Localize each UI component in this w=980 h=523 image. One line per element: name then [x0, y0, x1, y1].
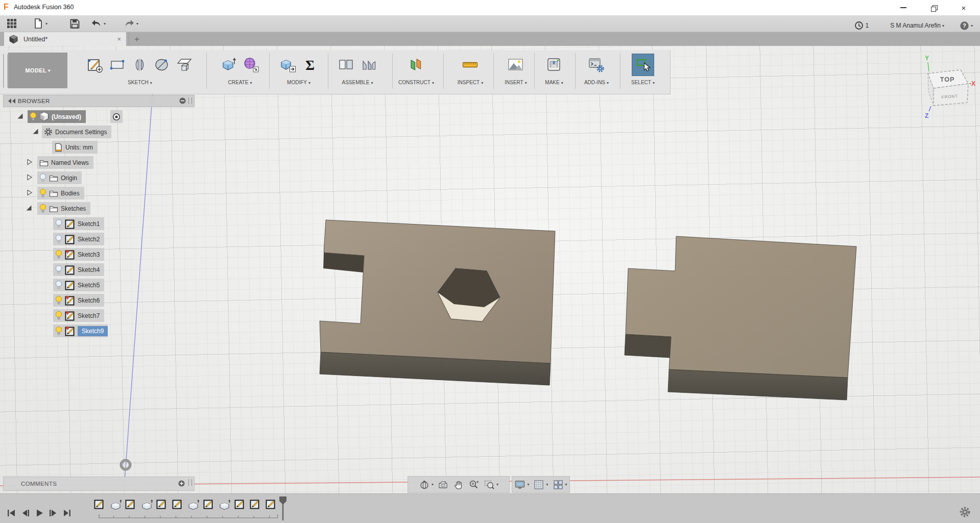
ribbon-group-label[interactable]: ASSEMBLE▾ [342, 80, 373, 85]
browser-item[interactable]: Origin [37, 171, 82, 184]
pan-nav-button[interactable] [451, 479, 466, 490]
timeline-position-marker[interactable] [279, 496, 287, 521]
ribbon-group-label[interactable]: INSPECT▾ [458, 80, 483, 85]
tab-untitled[interactable]: Untitled* × [4, 32, 126, 46]
timeline-play-button[interactable] [34, 508, 45, 518]
sigma-tool-button[interactable]: Σ [299, 54, 321, 76]
expand-arrow-open-icon[interactable] [32, 128, 40, 136]
visibility-bulb-on-icon[interactable] [55, 295, 62, 305]
visibility-bulb-off-icon[interactable] [55, 280, 62, 290]
grid-nav-button[interactable]: ▾ [531, 479, 550, 490]
undo-button[interactable]: ▾ [91, 17, 106, 30]
orbit-nav-button[interactable]: ▾ [417, 479, 436, 490]
browser-item[interactable]: Document Settings [42, 126, 111, 138]
visibility-bulb-on-icon[interactable] [55, 326, 62, 336]
browser-row-sketch4[interactable]: Sketch4 [3, 263, 197, 277]
expand-arrow-open-icon[interactable] [16, 112, 25, 120]
ribbon-group-label[interactable]: INSERT▾ [505, 80, 527, 85]
browser-row-sketch7[interactable]: Sketch7 [3, 309, 197, 322]
browser-row-sketch5[interactable]: Sketch5 [3, 279, 197, 292]
visibility-bulb-on-icon[interactable] [39, 188, 46, 198]
browser-row-sketch1[interactable]: Sketch1 [3, 217, 197, 231]
timeline-feature-sketch[interactable] [266, 499, 279, 512]
browser-row--unsaved-[interactable]: (Unsaved) [3, 110, 197, 123]
joint-tool-button[interactable] [335, 54, 357, 76]
timeline-end-button[interactable] [61, 508, 73, 518]
browser-header[interactable]: BROWSER [3, 95, 195, 107]
browser-row-sketches[interactable]: Sketches [3, 202, 197, 215]
browser-item[interactable]: Sketch6 [53, 294, 104, 307]
press-pull-tool-button[interactable] [276, 54, 299, 76]
close-button[interactable]: × [949, 0, 978, 15]
browser-item[interactable]: Sketch7 [53, 309, 104, 322]
printer-tool-button[interactable] [543, 54, 565, 76]
timeline-feature-extrude[interactable] [187, 499, 201, 512]
circle-tool-tool-button[interactable] [151, 54, 174, 76]
visibility-bulb-off-icon[interactable] [55, 219, 62, 229]
browser-item[interactable]: Sketch9 [53, 325, 108, 337]
activate-component-radio[interactable] [110, 110, 123, 123]
ribbon-group-label[interactable]: CONSTRUCT▾ [398, 80, 434, 85]
assemble-tool-button[interactable] [357, 54, 380, 76]
extrude-tool-button[interactable] [218, 54, 240, 76]
browser-item[interactable]: (Unsaved) [28, 110, 86, 123]
ribbon-group-label[interactable]: SKETCH▾ [128, 80, 152, 85]
timeline-feature-sketch[interactable] [250, 499, 263, 512]
rectangle-tool-tool-button[interactable] [106, 54, 129, 76]
body-plate-right[interactable] [625, 236, 856, 400]
timeline-fwd-button[interactable] [47, 508, 59, 518]
visibility-bulb-off-icon[interactable] [55, 265, 62, 275]
browser-item[interactable]: Units: mm [52, 141, 98, 154]
add-comment-icon[interactable] [178, 480, 185, 487]
browser-row-document-settings[interactable]: Document Settings [3, 126, 197, 139]
browser-row-bodies[interactable]: Bodies [3, 187, 197, 200]
lookat-nav-button[interactable] [436, 479, 451, 490]
timeline-feature-extrude[interactable] [141, 499, 154, 512]
visibility-bulb-on-icon[interactable] [55, 311, 62, 320]
ribbon-group-label[interactable]: CREATE▾ [228, 80, 252, 85]
timeline-start-button[interactable] [6, 508, 17, 518]
new-tab-button[interactable]: + [129, 32, 145, 46]
ribbon-group-label[interactable]: MAKE▾ [545, 80, 563, 85]
browser-item[interactable]: Named Views [37, 156, 93, 169]
file-menu-button[interactable]: ▾ [33, 17, 47, 30]
plane-cube-tool-button[interactable] [174, 54, 196, 76]
browser-item[interactable]: Sketches [37, 202, 90, 215]
visibility-bulb-off-icon[interactable] [39, 173, 46, 183]
browser-row-sketch6[interactable]: Sketch6 [3, 294, 197, 307]
tab-close-icon[interactable]: × [117, 35, 121, 43]
collapse-panel-icon[interactable] [8, 98, 16, 104]
ribbon-group-label[interactable]: MODIFY▾ [287, 80, 310, 85]
user-account-button[interactable]: S M Anamul Arefin ▾ [890, 19, 944, 32]
window-zoom-nav-button[interactable]: ▾ [482, 479, 500, 490]
browser-grip-icon[interactable] [188, 97, 192, 104]
construct-planes-tool-button[interactable] [405, 54, 427, 76]
image-tool-button[interactable] [505, 54, 527, 76]
browser-item[interactable]: Sketch5 [53, 279, 104, 291]
timeline-feature-sketch[interactable] [172, 499, 185, 512]
job-status-button[interactable]: 1 [854, 19, 869, 32]
browser-row-sketch3[interactable]: Sketch3 [3, 248, 197, 261]
browser-item[interactable]: Bodies [37, 187, 84, 200]
addins-tool-button[interactable] [585, 54, 608, 76]
app-grid-button[interactable] [6, 17, 17, 30]
expand-arrow-closed-icon[interactable] [26, 158, 34, 166]
visibility-bulb-off-icon[interactable] [55, 234, 62, 244]
browser-row-sketch2[interactable]: Sketch2 [3, 233, 197, 246]
visibility-bulb-on-icon[interactable] [55, 250, 62, 259]
timeline-feature-sketch[interactable] [234, 499, 248, 512]
browser-row-sketch9[interactable]: Sketch9 [3, 325, 197, 338]
ribbon-grip[interactable] [3, 54, 8, 88]
browser-item[interactable]: Sketch1 [53, 217, 104, 230]
redo-button[interactable]: ▾ [124, 17, 138, 30]
viewports-nav-button[interactable]: ▾ [551, 479, 569, 490]
viewcube[interactable]: TOP FRONT Y -X Z [916, 53, 980, 119]
restore-button[interactable] [919, 0, 948, 15]
timeline-feature-sketch[interactable] [94, 499, 107, 512]
ribbon-group-label[interactable]: SELECT▾ [631, 80, 655, 85]
comments-bar[interactable]: COMMENTS [3, 477, 195, 491]
select-tool-button[interactable] [632, 54, 654, 76]
comments-grip-icon[interactable] [188, 479, 192, 486]
save-button[interactable] [69, 17, 80, 30]
browser-row-named-views[interactable]: Named Views [3, 156, 197, 169]
